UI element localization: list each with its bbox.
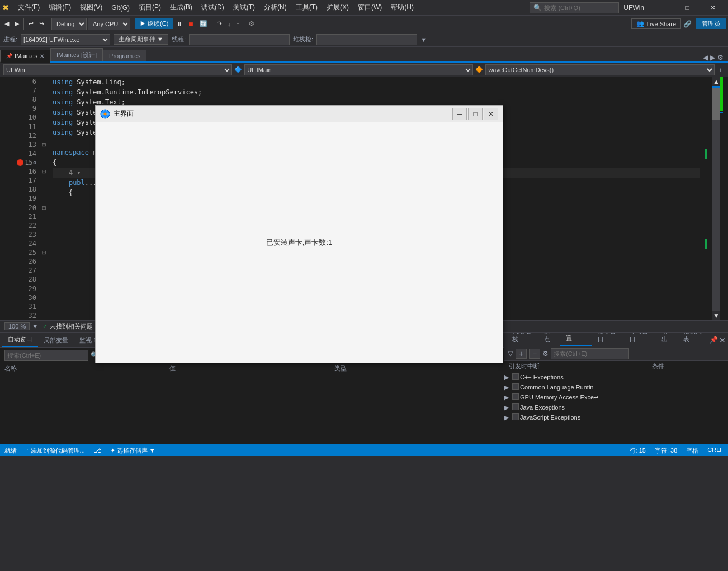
menu-extensions[interactable]: 扩展(X) bbox=[322, 1, 353, 15]
status-col[interactable]: 字符: 38 bbox=[655, 446, 677, 455]
tab-settings-icon[interactable]: ⚙ bbox=[717, 54, 724, 61]
exc-row-cpp[interactable]: ▶ C++ Exceptions bbox=[504, 372, 728, 382]
panel-right-close[interactable]: ✕ bbox=[719, 336, 726, 345]
scroll-up-btn[interactable]: ▲ bbox=[712, 77, 720, 86]
close-button[interactable]: ✕ bbox=[700, 0, 726, 16]
method-dropdown[interactable]: waveOutGetNumDevs() bbox=[485, 64, 714, 75]
status-encoding[interactable]: CRLF bbox=[707, 446, 724, 455]
tab-auto-window[interactable]: 自动窗口 bbox=[2, 333, 38, 347]
live-share-button[interactable]: 👥 Live Share bbox=[631, 18, 681, 29]
remove-exception-btn[interactable]: − bbox=[529, 349, 540, 359]
status-add-source[interactable]: ↑ 添加到源代码管理... bbox=[26, 446, 85, 455]
status-spaces[interactable]: 空格 bbox=[686, 446, 698, 455]
toolbar-redo[interactable]: ↪ bbox=[37, 19, 46, 28]
namespace-dropdown[interactable]: UFWin bbox=[3, 64, 232, 75]
tab-command-window[interactable]: 命令窗口 bbox=[592, 333, 624, 346]
tab-fmain-cs[interactable]: 📌 fMain.cs ✕ bbox=[0, 50, 50, 63]
fold-25[interactable]: ⊟ bbox=[40, 248, 48, 257]
maximize-button[interactable]: □ bbox=[674, 0, 700, 16]
toolbar-undo[interactable]: ↩ bbox=[26, 19, 36, 28]
tab-breakpoints[interactable]: 断点 bbox=[538, 333, 560, 346]
config-dropdown[interactable]: Debug bbox=[51, 18, 87, 30]
tab-local-vars[interactable]: 局部变量 bbox=[38, 334, 74, 347]
add-exception-btn[interactable]: + bbox=[516, 349, 527, 359]
vertical-scrollbar[interactable]: ▲ ▼ bbox=[712, 77, 720, 320]
marker-17 bbox=[705, 177, 712, 185]
exc-row-gpu[interactable]: ▶ GPU Memory Access Exce↵ bbox=[504, 392, 728, 402]
toolbar-stepover[interactable]: ↷ bbox=[215, 19, 224, 28]
nav-add-icon[interactable]: + bbox=[717, 66, 725, 73]
status-select-repo[interactable]: ✦ 选择存储库 ▼ bbox=[110, 446, 155, 455]
tab-exception-settings[interactable]: 异常设置 bbox=[560, 333, 592, 346]
menu-git[interactable]: Git(G) bbox=[107, 2, 134, 14]
continue-button[interactable]: ▶ 继续(C) bbox=[135, 18, 173, 29]
lifecycle-button[interactable]: 生命周期事件 ▼ bbox=[114, 34, 168, 45]
search-box[interactable]: 🔍 bbox=[530, 2, 619, 13]
thread-input[interactable] bbox=[189, 34, 290, 45]
tab-fmain-design[interactable]: fMain.cs [设计] bbox=[50, 48, 103, 61]
tab-output[interactable]: 输出 bbox=[656, 333, 678, 346]
menu-project[interactable]: 项目(P) bbox=[134, 1, 166, 15]
gutter-line-22: 22 bbox=[0, 221, 40, 230]
exc-check-cpp[interactable] bbox=[512, 373, 520, 381]
exc-row-java[interactable]: ▶ Java Exceptions bbox=[504, 402, 728, 412]
scroll-down-btn[interactable]: ▼ bbox=[712, 311, 720, 320]
exc-check-gpu[interactable] bbox=[512, 393, 520, 401]
filter-icon2[interactable]: ▽ bbox=[508, 349, 513, 358]
toolbar-stop[interactable]: ⏹ bbox=[186, 20, 196, 28]
fold-16[interactable]: ⊟ bbox=[40, 167, 48, 176]
fold-20[interactable]: ⊟ bbox=[40, 203, 48, 212]
tab-call-stack[interactable]: 调用堆栈 bbox=[507, 333, 538, 346]
dialog-close-btn[interactable]: ✕ bbox=[484, 108, 498, 120]
exception-search-input[interactable] bbox=[551, 348, 629, 359]
toolbar-back[interactable]: ◀ bbox=[2, 19, 11, 28]
tab-close-fmain[interactable]: ✕ bbox=[40, 53, 44, 59]
dialog-maximize-btn[interactable]: □ bbox=[468, 108, 483, 120]
status-row[interactable]: 行: 15 bbox=[630, 446, 646, 455]
nav-class-icon: 🔷 bbox=[234, 66, 242, 73]
menu-help[interactable]: 帮助(H) bbox=[386, 1, 418, 15]
menu-analyze[interactable]: 分析(N) bbox=[259, 1, 291, 15]
toolbar-extra[interactable]: ⚙ bbox=[247, 19, 257, 28]
menu-edit[interactable]: 编辑(E) bbox=[44, 1, 75, 15]
tab-error-list[interactable]: 错误列表 bbox=[678, 333, 710, 346]
exc-check-java[interactable] bbox=[512, 403, 520, 411]
process-select[interactable]: [164092] UFWin.exe bbox=[21, 34, 110, 45]
marker-23 bbox=[705, 230, 712, 239]
manage-button[interactable]: 管理员 bbox=[696, 18, 726, 29]
menu-build[interactable]: 生成(B) bbox=[166, 1, 197, 15]
tab-scroll-left[interactable]: ◀ bbox=[703, 54, 708, 61]
toolbar-pause[interactable]: ⏸ bbox=[174, 20, 185, 28]
zoom-value[interactable]: 100 % bbox=[4, 322, 30, 330]
exc-row-js[interactable]: ▶ JavaScript Exceptions bbox=[504, 412, 728, 422]
exc-check-js[interactable] bbox=[512, 413, 520, 421]
stack-input[interactable] bbox=[316, 34, 417, 45]
platform-dropdown[interactable]: Any CPU bbox=[88, 18, 130, 30]
tab-scroll-right[interactable]: ▶ bbox=[710, 54, 715, 61]
panel-right-pin[interactable]: 📌 bbox=[710, 336, 718, 345]
menu-tools[interactable]: 工具(T) bbox=[291, 1, 322, 15]
fold-24 bbox=[40, 239, 48, 248]
toolbar-restart[interactable]: 🔄 bbox=[197, 19, 210, 28]
exc-check-clr[interactable] bbox=[512, 383, 520, 391]
minimize-button[interactable]: ─ bbox=[649, 0, 674, 16]
zoom-dropdown[interactable]: ▼ bbox=[32, 323, 38, 330]
menu-view[interactable]: 视图(V) bbox=[75, 1, 107, 15]
toolbar-stepin[interactable]: ↓ bbox=[225, 20, 233, 28]
menu-debug[interactable]: 调试(D) bbox=[197, 1, 229, 15]
class-dropdown[interactable]: UF.fMain bbox=[244, 64, 473, 75]
tab-program-cs[interactable]: Program.cs bbox=[103, 50, 146, 61]
menu-test[interactable]: 测试(T) bbox=[229, 1, 259, 15]
exc-row-clr[interactable]: ▶ Common Language Runtin bbox=[504, 382, 728, 392]
settings-icon[interactable]: ⚙ bbox=[542, 350, 549, 358]
toolbar-fwd[interactable]: ▶ bbox=[12, 19, 21, 28]
dialog-minimize-btn[interactable]: ─ bbox=[452, 108, 467, 120]
search-input[interactable] bbox=[544, 4, 611, 11]
scroll-thumb[interactable] bbox=[712, 86, 720, 120]
tab-immediate-window[interactable]: 即时窗口 bbox=[624, 333, 656, 346]
menu-window[interactable]: 窗口(W) bbox=[353, 1, 386, 15]
fold-13[interactable]: ⊟ bbox=[40, 140, 48, 149]
menu-file[interactable]: 文件(F) bbox=[13, 1, 44, 15]
toolbar-stepout[interactable]: ↑ bbox=[234, 20, 242, 28]
auto-search-input[interactable] bbox=[4, 350, 88, 361]
